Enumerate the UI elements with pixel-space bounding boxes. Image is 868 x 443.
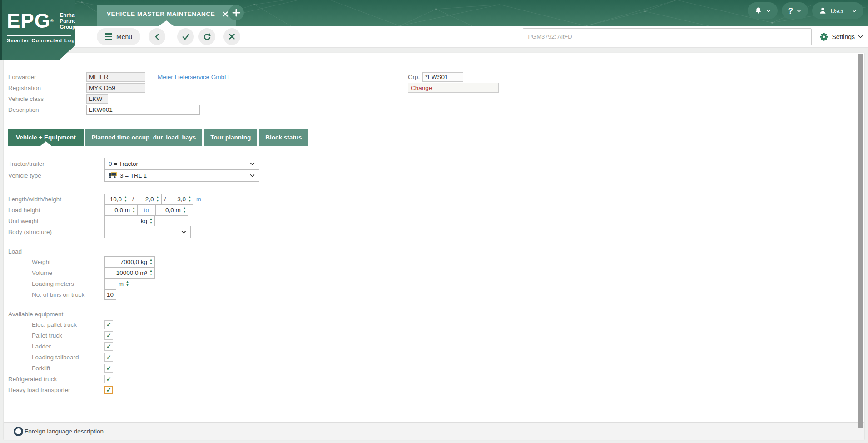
spinner-icon[interactable]: ▲▼ — [149, 258, 154, 265]
height-input[interactable] — [169, 194, 187, 204]
equipment-row: Loading tailboard ✓ — [8, 352, 864, 363]
confirm-button[interactable] — [177, 28, 194, 45]
description-label: Description — [8, 106, 86, 113]
equipment-label: Forklift — [8, 365, 104, 372]
weight-stepper[interactable]: ▲▼ — [104, 256, 155, 268]
tab-planned-time[interactable]: Planned time occup. dur. load. bays — [85, 129, 203, 146]
equipment-row: Refrigerated truck ✓ — [8, 373, 864, 384]
chevron-down-icon — [249, 161, 255, 167]
body-structure-row: Body (structure) — [8, 226, 864, 237]
user-label: User — [830, 7, 844, 15]
forwarder-link[interactable]: Meier Lieferservice GmbH — [158, 74, 229, 80]
equipment-row: Ladder ✓ — [8, 341, 864, 352]
tractor-trailer-row: Tractor/trailer 0 = Tractor — [8, 158, 864, 169]
volume-row: Volume ▲▼ — [8, 267, 864, 278]
pallet-truck-checkbox[interactable]: ✓ — [104, 331, 113, 340]
length-input[interactable] — [105, 194, 123, 204]
notifications-button[interactable] — [748, 2, 778, 19]
unit-weight-input[interactable] — [105, 216, 149, 226]
group-label: Grp. — [408, 74, 420, 80]
equipment-row: Pallet truck ✓ — [8, 330, 864, 341]
tab-close-icon[interactable] — [222, 11, 228, 17]
tab-vehicle-equipment[interactable]: Vehicle + Equipment — [8, 129, 84, 146]
header-actions: ? User — [748, 2, 863, 19]
refrigerated-truck-checkbox[interactable]: ✓ — [104, 375, 113, 383]
forwarder-field: MEIER — [86, 72, 145, 82]
forklift-checkbox[interactable]: ✓ — [104, 364, 113, 373]
height-stepper[interactable]: ▲▼ — [169, 194, 193, 205]
spinner-icon[interactable]: ▲▼ — [182, 206, 187, 214]
unit-weight-label: Unit weight — [8, 218, 104, 224]
back-button[interactable] — [149, 28, 165, 45]
group-field: *FWS01 — [422, 72, 463, 82]
load-section-label: Load — [8, 246, 864, 256]
volume-stepper[interactable]: ▲▼ — [104, 267, 155, 279]
group-row: Grp. *FWS01 — [408, 71, 503, 82]
load-height-from-input[interactable] — [105, 205, 131, 215]
cancel-button[interactable] — [223, 28, 240, 45]
foreign-language-toggle-icon[interactable] — [14, 427, 23, 436]
loading-meters-label: Loading meters — [8, 280, 104, 287]
volume-label: Volume — [8, 269, 104, 276]
bins-row: No. of bins on truck — [8, 289, 864, 300]
new-tab-button[interactable] — [228, 5, 244, 20]
program-search-input[interactable] — [523, 28, 812, 45]
vehicle-type-select[interactable]: 3 = TRL 1 — [104, 169, 259, 182]
tab-tour-planning[interactable]: Tour planning — [204, 129, 257, 146]
unit-weight-stepper[interactable]: ▲▼ — [104, 215, 155, 227]
spinner-icon[interactable]: ▲▼ — [131, 206, 136, 214]
loading-meters-input[interactable] — [105, 279, 125, 289]
vehicle-class-field: LKW — [86, 94, 108, 104]
chevron-down-icon — [249, 173, 255, 179]
spinner-icon[interactable]: ▲▼ — [155, 195, 160, 203]
vehicle-class-label: Vehicle class — [8, 95, 86, 102]
description-input[interactable] — [86, 105, 200, 115]
lwh-separator: / — [164, 196, 166, 203]
ladder-checkbox[interactable]: ✓ — [104, 342, 113, 351]
load-height-from-stepper[interactable]: ▲▼ — [104, 204, 138, 216]
vertical-scrollbar[interactable] — [858, 54, 863, 435]
load-height-to-input[interactable] — [156, 205, 182, 215]
spinner-icon[interactable]: ▲▼ — [149, 269, 154, 276]
tab-block-status[interactable]: Block status — [259, 129, 308, 146]
lwh-label: Length/width/height — [8, 196, 104, 203]
equipment-label: Elec. pallet truck — [8, 321, 104, 328]
volume-input[interactable] — [105, 268, 149, 278]
spinner-icon[interactable]: ▲▼ — [187, 195, 192, 203]
settings-button[interactable]: Settings — [819, 32, 863, 42]
forwarder-label: Forwarder — [8, 74, 86, 80]
change-link[interactable]: Change — [408, 83, 499, 93]
vehicle-type-label: Vehicle type — [8, 172, 104, 179]
user-menu-button[interactable]: User — [812, 2, 863, 19]
weight-input[interactable] — [105, 257, 149, 267]
tractor-trailer-label: Tractor/trailer — [8, 160, 104, 167]
menu-button[interactable]: Menu — [97, 28, 140, 45]
loading-tailboard-checkbox[interactable]: ✓ — [104, 353, 113, 362]
loading-meters-stepper[interactable]: ▲▼ — [104, 278, 131, 289]
tractor-trailer-select[interactable]: 0 = Tractor — [104, 158, 259, 170]
body-structure-select[interactable] — [104, 226, 191, 238]
spinner-icon[interactable]: ▲▼ — [125, 280, 130, 287]
help-button[interactable]: ? — [782, 2, 808, 19]
vehicle-class-row: Vehicle class LKW — [8, 93, 864, 104]
bins-input[interactable] — [104, 289, 116, 300]
window-tab-vehicle-master-maintenance[interactable]: VEHICLE MASTER MAINTENANCE — [97, 5, 236, 26]
content-card: Forwarder MEIER Meier Lieferservice GmbH… — [4, 53, 864, 440]
spinner-icon[interactable]: ▲▼ — [123, 195, 128, 203]
record-header: Forwarder MEIER Meier Lieferservice GmbH… — [4, 53, 864, 146]
load-height-to-stepper[interactable]: ▲▼ — [155, 204, 188, 216]
refresh-button[interactable] — [198, 28, 215, 45]
width-input[interactable] — [137, 194, 155, 204]
unit-weight-row: Unit weight ▲▼ — [8, 215, 864, 226]
truck-icon — [109, 172, 117, 179]
elec-pallet-truck-checkbox[interactable]: ✓ — [104, 320, 113, 329]
tab-notch — [159, 20, 174, 26]
heavy-load-transporter-checkbox[interactable]: ✓ — [104, 386, 113, 394]
loading-meters-row: Loading meters ▲▼ — [8, 278, 864, 289]
width-stepper[interactable]: ▲▼ — [137, 194, 162, 205]
equipment-label: Ladder — [8, 343, 104, 350]
scrollbar-thumb[interactable] — [858, 54, 863, 428]
length-stepper[interactable]: ▲▼ — [104, 194, 129, 205]
spinner-icon[interactable]: ▲▼ — [149, 217, 154, 224]
window-tab-title: VEHICLE MASTER MAINTENANCE — [107, 10, 215, 17]
